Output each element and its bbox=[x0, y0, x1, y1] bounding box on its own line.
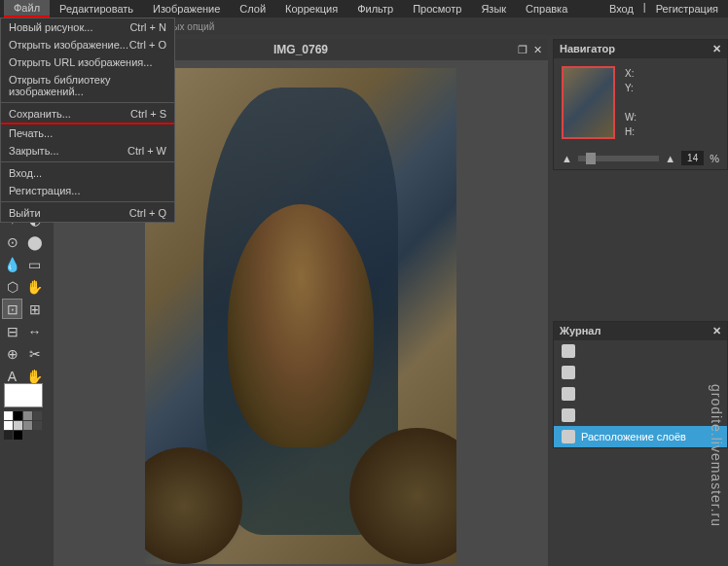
menu-print[interactable]: Печать... bbox=[1, 124, 174, 142]
tool-brush[interactable]: ⊙ bbox=[2, 231, 22, 252]
menu-save[interactable]: Сохранить...Ctrl + S bbox=[1, 105, 174, 124]
color-swatches bbox=[0, 411, 47, 440]
swatch[interactable] bbox=[23, 421, 32, 430]
journal-panel: Журнал ✕ Расположение слоёв bbox=[553, 321, 728, 448]
menu-separator bbox=[1, 161, 174, 162]
menubar: Файл Редактировать Изображение Слой Корр… bbox=[0, 0, 728, 18]
journal-item[interactable] bbox=[554, 383, 727, 405]
tool-shape[interactable]: ▭ bbox=[24, 254, 45, 274]
swatch[interactable] bbox=[4, 421, 13, 430]
swatch[interactable] bbox=[33, 411, 42, 420]
navigator-panel: Навигатор ✕ X: Y: W: H: ▲ ▲ 14 % bbox=[553, 39, 728, 170]
menu-exit[interactable]: ВыйтиCtrl + Q bbox=[1, 204, 174, 222]
menu-open-url[interactable]: Открыть URL изображения... bbox=[1, 53, 174, 71]
history-icon bbox=[562, 344, 575, 358]
watermark: grodite.livemaster.ru bbox=[709, 384, 724, 527]
close-icon[interactable]: ✕ bbox=[712, 325, 721, 337]
journal-item[interactable] bbox=[554, 340, 727, 362]
menu-image[interactable]: Изображение bbox=[143, 1, 230, 17]
canvas-title: IMG_0769 bbox=[273, 43, 328, 56]
swatch[interactable] bbox=[14, 421, 22, 430]
menu-language[interactable]: Язык bbox=[471, 1, 516, 17]
auth-links: Вход | Регистрация bbox=[603, 1, 724, 17]
menu-help[interactable]: Справка bbox=[516, 1, 577, 17]
menu-layer[interactable]: Слой bbox=[230, 1, 275, 17]
login-link[interactable]: Вход bbox=[603, 1, 639, 17]
file-menu-dropdown: Новый рисунок...Ctrl + N Открыть изображ… bbox=[0, 18, 175, 223]
tool-pencil[interactable]: ⬤ bbox=[24, 231, 45, 252]
maximize-icon[interactable]: ❐ bbox=[518, 44, 528, 56]
tool-blur[interactable]: 💧 bbox=[2, 254, 22, 274]
auth-separator: | bbox=[643, 1, 646, 17]
navigator-info: X: Y: W: H: bbox=[625, 66, 637, 139]
navigator-header: Навигатор ✕ bbox=[554, 40, 727, 58]
menu-open[interactable]: Открыть изображение...Ctrl + O bbox=[1, 36, 174, 53]
zoom-slider: ▲ ▲ 14 % bbox=[554, 147, 727, 169]
history-icon bbox=[562, 387, 575, 401]
history-icon bbox=[562, 430, 575, 443]
zoom-pct: % bbox=[710, 153, 719, 164]
journal-item[interactable] bbox=[554, 405, 727, 426]
menu-edit[interactable]: Редактировать bbox=[50, 1, 143, 17]
swatch[interactable] bbox=[33, 421, 42, 430]
history-icon bbox=[562, 408, 575, 422]
menu-close[interactable]: Закрыть...Ctrl + W bbox=[1, 142, 174, 159]
navigator-title: Навигатор bbox=[560, 43, 615, 55]
menu-open-library[interactable]: Открыть библиотеку изображений... bbox=[1, 71, 174, 100]
journal-header: Журнал ✕ bbox=[554, 322, 727, 340]
navigator-thumbnail[interactable] bbox=[562, 66, 615, 139]
close-icon[interactable]: ✕ bbox=[712, 43, 721, 55]
tool-fill[interactable]: ⬡ bbox=[2, 276, 22, 297]
swatch[interactable] bbox=[14, 411, 22, 420]
journal-item[interactable] bbox=[554, 362, 727, 383]
swatch[interactable] bbox=[4, 411, 13, 420]
tool-move[interactable]: ↔ bbox=[24, 321, 45, 341]
tool-eraser[interactable]: ⊟ bbox=[2, 321, 22, 341]
right-panels: Навигатор ✕ X: Y: W: H: ▲ ▲ 14 % Журнал … bbox=[553, 39, 728, 452]
menu-filter[interactable]: Фильтр bbox=[347, 1, 403, 17]
tool-target[interactable]: ⊕ bbox=[2, 343, 22, 364]
zoom-thumb[interactable] bbox=[586, 153, 596, 164]
menu-new[interactable]: Новый рисунок...Ctrl + N bbox=[1, 18, 174, 36]
tool-crop[interactable]: ✂ bbox=[24, 343, 45, 364]
journal-item-active[interactable]: Расположение слоёв bbox=[554, 426, 727, 447]
journal-title: Журнал bbox=[560, 325, 601, 337]
menu-separator bbox=[1, 102, 174, 103]
tool-gradient[interactable]: ⊞ bbox=[24, 299, 45, 319]
menu-correction[interactable]: Коррекция bbox=[275, 1, 347, 17]
swatch[interactable] bbox=[14, 431, 22, 440]
tool-clone[interactable]: ⊡ bbox=[2, 299, 22, 319]
swatch[interactable] bbox=[4, 431, 13, 440]
register-link[interactable]: Регистрация bbox=[650, 1, 724, 17]
zoom-out-icon[interactable]: ▲ bbox=[562, 153, 572, 164]
close-icon[interactable]: ✕ bbox=[533, 44, 542, 56]
menu-separator bbox=[1, 201, 174, 202]
zoom-in-icon[interactable]: ▲ bbox=[665, 153, 675, 164]
image-content bbox=[228, 204, 374, 447]
menu-file[interactable]: Файл bbox=[4, 0, 50, 18]
menu-view[interactable]: Просмотр bbox=[403, 1, 471, 17]
tool-hand[interactable]: ✋ bbox=[24, 276, 45, 297]
swatch[interactable] bbox=[23, 411, 32, 420]
foreground-color[interactable] bbox=[4, 383, 43, 407]
canvas-image[interactable] bbox=[145, 68, 456, 564]
menu-login[interactable]: Вход... bbox=[1, 164, 174, 182]
zoom-value: 14 bbox=[681, 151, 704, 165]
zoom-track[interactable] bbox=[578, 156, 659, 161]
history-icon bbox=[562, 366, 575, 379]
menu-register[interactable]: Регистрация... bbox=[1, 182, 174, 199]
color-panel bbox=[0, 379, 47, 440]
